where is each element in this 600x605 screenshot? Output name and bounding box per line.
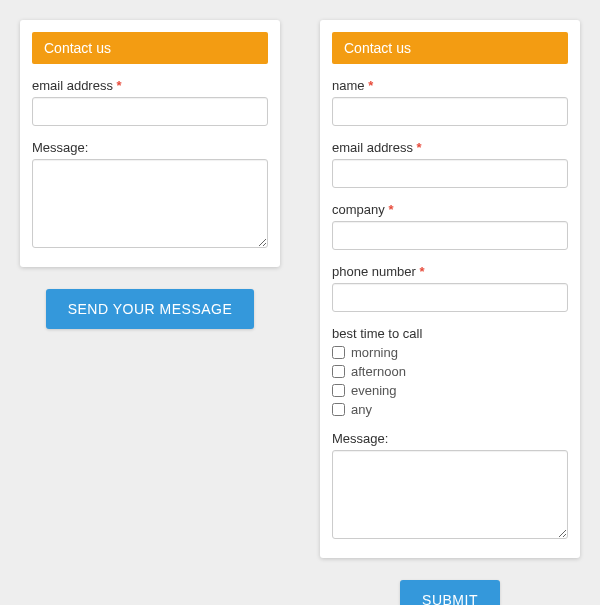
email-label-text: email address bbox=[32, 78, 113, 93]
phone-label-text: phone number bbox=[332, 264, 416, 279]
required-mark: * bbox=[117, 78, 122, 93]
phone-label: phone number * bbox=[332, 264, 568, 279]
checkbox-morning[interactable] bbox=[332, 346, 345, 359]
message-label: Message: bbox=[32, 140, 268, 155]
option-morning: morning bbox=[351, 345, 398, 360]
company-field[interactable] bbox=[332, 221, 568, 250]
card-header: Contact us bbox=[332, 32, 568, 64]
email-label-text: email address bbox=[332, 140, 413, 155]
required-mark: * bbox=[388, 202, 393, 217]
message-field[interactable] bbox=[32, 159, 268, 248]
email-field[interactable] bbox=[32, 97, 268, 126]
message-field[interactable] bbox=[332, 450, 568, 539]
checkbox-any[interactable] bbox=[332, 403, 345, 416]
option-evening: evening bbox=[351, 383, 397, 398]
contact-card-simple: Contact us email address * Message: bbox=[20, 20, 280, 267]
email-field[interactable] bbox=[332, 159, 568, 188]
email-label: email address * bbox=[32, 78, 268, 93]
name-label-text: name bbox=[332, 78, 365, 93]
company-label-text: company bbox=[332, 202, 385, 217]
option-afternoon: afternoon bbox=[351, 364, 406, 379]
required-mark: * bbox=[417, 140, 422, 155]
send-message-button[interactable]: SEND YOUR MESSAGE bbox=[46, 289, 255, 329]
message-label: Message: bbox=[332, 431, 568, 446]
checkbox-evening[interactable] bbox=[332, 384, 345, 397]
submit-button[interactable]: SUBMIT bbox=[400, 580, 500, 605]
phone-field[interactable] bbox=[332, 283, 568, 312]
name-label: name * bbox=[332, 78, 568, 93]
required-mark: * bbox=[419, 264, 424, 279]
card-header: Contact us bbox=[32, 32, 268, 64]
option-any: any bbox=[351, 402, 372, 417]
name-field[interactable] bbox=[332, 97, 568, 126]
checkbox-afternoon[interactable] bbox=[332, 365, 345, 378]
contact-card-extended: Contact us name * email address * compan… bbox=[320, 20, 580, 558]
best-time-label: best time to call bbox=[332, 326, 568, 341]
email-label: email address * bbox=[332, 140, 568, 155]
company-label: company * bbox=[332, 202, 568, 217]
required-mark: * bbox=[368, 78, 373, 93]
